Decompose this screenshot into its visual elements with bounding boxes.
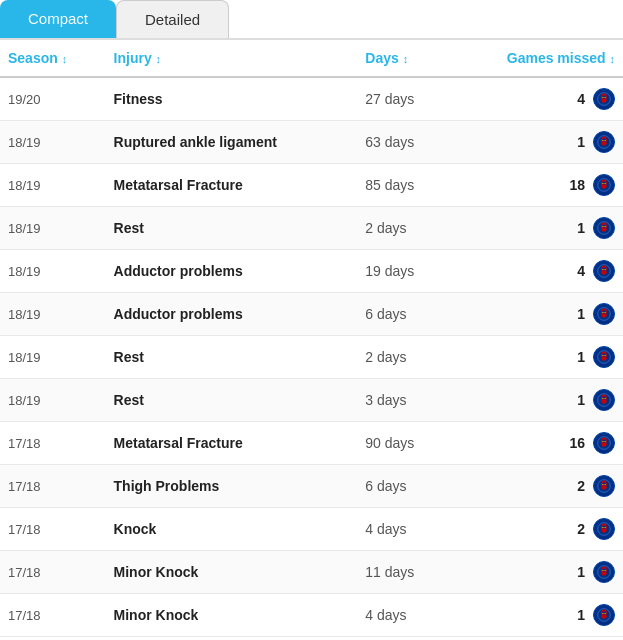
col-injury[interactable]: Injury ↕ xyxy=(106,40,358,77)
svg-rect-15 xyxy=(602,187,606,188)
svg-text:PSG: PSG xyxy=(602,182,607,184)
col-season[interactable]: Season ↕ xyxy=(0,40,106,77)
svg-text:PSG: PSG xyxy=(602,440,607,442)
games-count: 4 xyxy=(577,91,585,107)
cell-season: 18/19 xyxy=(0,336,106,379)
cell-days: 90 days xyxy=(357,422,448,465)
svg-rect-45 xyxy=(602,402,606,403)
cell-injury: Minor Knock xyxy=(106,551,358,594)
cell-days: 3 days xyxy=(357,379,448,422)
psg-badge: PSG xyxy=(593,389,615,411)
tab-compact[interactable]: Compact xyxy=(0,0,116,38)
cell-games-missed: 18 PSG xyxy=(449,164,623,207)
cell-season: 18/19 xyxy=(0,164,106,207)
cell-injury: Ruptured ankle ligament xyxy=(106,121,358,164)
cell-season: 17/18 xyxy=(0,422,106,465)
svg-text:PSG: PSG xyxy=(602,354,607,356)
svg-rect-68 xyxy=(601,573,607,574)
svg-rect-69 xyxy=(602,574,606,575)
cell-season: 17/18 xyxy=(0,551,106,594)
table-row: 18/19 Rest 2 days 1 PSG xyxy=(0,336,623,379)
cell-season: 17/18 xyxy=(0,594,106,637)
games-count: 1 xyxy=(577,306,585,322)
table-row: 17/18 Minor Knock 4 days 1 PSG xyxy=(0,594,623,637)
svg-text:PSG: PSG xyxy=(602,612,607,614)
cell-games-missed: 1 PSG xyxy=(449,551,623,594)
cell-games-missed: 2 PSG xyxy=(449,508,623,551)
cell-injury: Adductor problems xyxy=(106,293,358,336)
cell-season: 19/20 xyxy=(0,77,106,121)
psg-badge: PSG xyxy=(593,561,615,583)
tab-bar: Compact Detailed xyxy=(0,0,623,40)
svg-rect-44 xyxy=(601,401,607,402)
svg-rect-26 xyxy=(601,272,607,273)
svg-text:PSG: PSG xyxy=(602,397,607,399)
psg-badge: PSG xyxy=(593,217,615,239)
svg-text:PSG: PSG xyxy=(602,225,607,227)
table-row: 17/18 Thigh Problems 6 days 2 PSG xyxy=(0,465,623,508)
svg-rect-32 xyxy=(601,315,607,316)
svg-text:PSG: PSG xyxy=(602,96,607,98)
cell-games-missed: 1 PSG xyxy=(449,379,623,422)
psg-badge: PSG xyxy=(593,260,615,282)
tabs-container: Compact Detailed xyxy=(0,0,623,40)
cell-games-missed: 1 PSG xyxy=(449,594,623,637)
cell-injury: Metatarsal Fracture xyxy=(106,422,358,465)
cell-games-missed: 1 PSG xyxy=(449,207,623,250)
psg-badge: PSG xyxy=(593,174,615,196)
cell-games-missed: 1 PSG xyxy=(449,293,623,336)
table-row: 17/18 Metatarsal Fracture 90 days 16 PSG xyxy=(0,422,623,465)
cell-days: 2 days xyxy=(357,336,448,379)
cell-games-missed: 16 PSG xyxy=(449,422,623,465)
table-row: 17/18 Minor Knock 11 days 1 PSG xyxy=(0,551,623,594)
svg-rect-33 xyxy=(602,316,606,317)
svg-text:PSG: PSG xyxy=(602,569,607,571)
cell-days: 85 days xyxy=(357,164,448,207)
cell-days: 4 days xyxy=(357,594,448,637)
cell-season: 18/19 xyxy=(0,293,106,336)
cell-injury: Thigh Problems xyxy=(106,465,358,508)
table-row: 18/19 Metatarsal Fracture 85 days 18 PSG xyxy=(0,164,623,207)
cell-games-missed: 2 PSG xyxy=(449,465,623,508)
psg-badge: PSG xyxy=(593,346,615,368)
svg-text:PSG: PSG xyxy=(602,483,607,485)
cell-season: 18/19 xyxy=(0,207,106,250)
sort-icon-days: ↕ xyxy=(403,53,409,65)
psg-badge: PSG xyxy=(593,432,615,454)
cell-season: 17/18 xyxy=(0,508,106,551)
svg-rect-2 xyxy=(601,100,607,101)
psg-badge: PSG xyxy=(593,88,615,110)
col-days[interactable]: Days ↕ xyxy=(357,40,448,77)
cell-injury: Metatarsal Fracture xyxy=(106,164,358,207)
psg-badge: PSG xyxy=(593,131,615,153)
tab-detailed[interactable]: Detailed xyxy=(116,0,229,38)
games-count: 1 xyxy=(577,392,585,408)
cell-days: 19 days xyxy=(357,250,448,293)
games-count: 1 xyxy=(577,349,585,365)
table-row: 18/19 Adductor problems 6 days 1 PSG xyxy=(0,293,623,336)
cell-days: 63 days xyxy=(357,121,448,164)
cell-games-missed: 1 PSG xyxy=(449,336,623,379)
psg-badge: PSG xyxy=(593,518,615,540)
svg-rect-3 xyxy=(602,101,606,102)
games-count: 18 xyxy=(569,177,585,193)
games-count: 16 xyxy=(569,435,585,451)
svg-text:PSG: PSG xyxy=(602,526,607,528)
svg-text:PSG: PSG xyxy=(602,268,607,270)
svg-rect-14 xyxy=(601,186,607,187)
cell-days: 6 days xyxy=(357,465,448,508)
table-row: 18/19 Rest 3 days 1 PSG xyxy=(0,379,623,422)
svg-rect-56 xyxy=(601,487,607,488)
col-games-missed[interactable]: Games missed ↕ xyxy=(449,40,623,77)
cell-games-missed: 4 PSG xyxy=(449,77,623,121)
cell-season: 18/19 xyxy=(0,250,106,293)
svg-text:PSG: PSG xyxy=(602,139,607,141)
psg-badge: PSG xyxy=(593,303,615,325)
sort-icon-injury: ↕ xyxy=(156,53,162,65)
psg-badge: PSG xyxy=(593,604,615,626)
table-header-row: Season ↕ Injury ↕ Days ↕ Games missed ↕ xyxy=(0,40,623,77)
svg-rect-74 xyxy=(601,616,607,617)
svg-rect-39 xyxy=(602,359,606,360)
table-row: 19/20 Fitness 27 days 4 PSG xyxy=(0,77,623,121)
games-count: 1 xyxy=(577,220,585,236)
